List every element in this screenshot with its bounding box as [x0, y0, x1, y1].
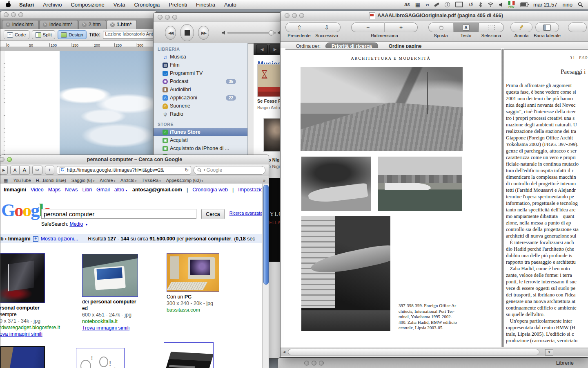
italian-flag-pro-icon[interactable]: PRO [508, 1, 515, 9]
close-button[interactable] [4, 12, 9, 17]
apple-menu-icon[interactable] [6, 2, 11, 7]
minimize-button[interactable] [11, 12, 16, 17]
url-text[interactable]: http://images.google.it/images?hl=it&gbv… [67, 167, 183, 173]
result-thumbnail[interactable] [82, 254, 138, 297]
volume-knob[interactable] [269, 30, 274, 36]
clip-button[interactable]: ✂ [32, 166, 42, 175]
search-field[interactable]: ▾ Google [194, 166, 265, 175]
editor-tab[interactable]: ✕ 2.htm [78, 20, 106, 29]
reload-icon[interactable]: ↻ [185, 167, 189, 173]
similar-images-link[interactable]: Trova immagini simili [82, 325, 139, 331]
menu-item[interactable]: Safari [15, 2, 38, 8]
smaller-text-button[interactable]: A [10, 166, 20, 175]
resize-control[interactable]: − + Ridimensiona [351, 22, 418, 38]
previous-page-button[interactable]: ⇧ Precedente [285, 22, 313, 38]
sidebar-item-suonerie[interactable]: ∩ Suonerie [154, 102, 247, 110]
album-title[interactable]: o Nig [268, 157, 280, 162]
nav-video[interactable]: Video [31, 187, 44, 193]
editor-tab[interactable]: ✕ 1.htm* [107, 20, 137, 29]
bookmark-folder[interactable]: Saggio (6)▾ [71, 178, 94, 183]
partial-toolbar-button[interactable] [568, 22, 587, 32]
scrollbar-thumb[interactable] [263, 185, 269, 285]
next-page-button[interactable]: ⇩ Successivo [313, 22, 341, 38]
bluetooth-icon[interactable] [479, 2, 482, 7]
result-thumbnail[interactable] [164, 342, 214, 368]
new-tab-button[interactable]: + [45, 166, 54, 175]
menu-clock[interactable]: mar 21.57 [533, 2, 557, 8]
lastfm-icon[interactable]: as [404, 2, 410, 7]
close-tab-icon[interactable]: ✕ [110, 22, 115, 27]
bookmark-folder[interactable]: Arctcts▾ [120, 178, 136, 183]
menu-item[interactable]: Finestra [192, 2, 220, 8]
page-scrollbar[interactable] [262, 184, 269, 368]
annotate-button[interactable]: Annota [510, 22, 532, 38]
stop-button[interactable] [180, 24, 194, 41]
zoom-button[interactable] [319, 361, 324, 366]
battery-icon[interactable] [520, 2, 528, 7]
menu-item[interactable]: Preferiti [164, 2, 192, 8]
nav-altro[interactable]: altro▼ [114, 187, 128, 193]
design-view-button[interactable]: Design [58, 30, 87, 39]
volume-slider[interactable] [227, 32, 276, 34]
page-dropdown-button[interactable]: ▼ [545, 349, 553, 356]
scroll-left-arrow[interactable]: ◄ [282, 350, 286, 354]
forward-button[interactable]: ▶ [269, 45, 281, 54]
sidebar-item-podcast[interactable]: ◉ Podcast 35 [154, 77, 247, 85]
album-cover[interactable] [257, 64, 283, 97]
menu-item[interactable]: Archivio [38, 2, 66, 8]
volume-menu-icon[interactable] [499, 2, 503, 7]
nav-immagini[interactable]: Immagini [4, 187, 26, 193]
close-button[interactable] [304, 361, 309, 366]
previous-track-button[interactable]: ◀◀ [165, 26, 176, 40]
sidebar-toggle-button[interactable]: Barra laterale [534, 22, 561, 38]
close-tab-icon[interactable]: ✕ [82, 22, 87, 27]
nav-gmail[interactable]: Gmail [96, 187, 110, 193]
phone-icon[interactable] [434, 4, 439, 6]
sidebar-item-acquistato-iphone[interactable]: ▣ Acquistato da iPhone di ... [154, 144, 247, 153]
search-input[interactable] [41, 209, 196, 219]
minimize-button[interactable] [312, 361, 316, 366]
document-title-field[interactable]: Lezione laboratorio Antonino S [103, 31, 154, 39]
menu-item[interactable]: Aiuto [220, 2, 241, 8]
editor-tab[interactable]: ✕ index.htm [2, 20, 39, 29]
text-tool-button[interactable]: A Testo [453, 22, 479, 38]
safesearch-level-link[interactable]: Medio [69, 221, 83, 227]
sidebar-item-itunes-store[interactable]: ⌂ iTunes Store [154, 128, 247, 136]
bookmark-folder[interactable]: TVs&Ra▾ [142, 178, 160, 183]
larger-text-button[interactable]: A [20, 166, 29, 175]
sidebar-item-audiolibri[interactable]: ▮ Audiolibri [154, 85, 247, 94]
album-title[interactable]: Se Fosse F [257, 99, 281, 103]
nav-libri[interactable]: Libri [82, 187, 92, 193]
result-thumbnail[interactable] [0, 253, 45, 303]
menu-item[interactable]: Cronologia [129, 2, 164, 8]
sidebar-item-applicazioni[interactable]: A Applicazioni 22 [154, 94, 247, 102]
code-view-button[interactable]: ‹› Code [4, 30, 29, 39]
close-tab-icon[interactable]: ✕ [6, 22, 10, 27]
time-machine-icon[interactable]: ↺ [468, 1, 473, 8]
zoom-in-icon[interactable]: + [384, 22, 418, 32]
menu-item[interactable]: Vista [109, 2, 130, 8]
bookmark-item[interactable]: YouTube – H...Bondi Blue) [13, 178, 66, 183]
nav-news[interactable]: News [65, 187, 78, 193]
zoom-button[interactable] [172, 15, 177, 20]
bookmarks-overflow-button[interactable]: » [263, 178, 265, 183]
bookmarks-grid-icon[interactable]: ▦ [4, 178, 8, 183]
close-tab-icon[interactable]: ✕ [43, 22, 47, 27]
grid-icon[interactable]: ▦ [415, 2, 420, 8]
account-email[interactable]: antosag@gmail.com [132, 187, 182, 193]
spotlight-icon[interactable] [578, 2, 583, 7]
zoom-button[interactable] [18, 12, 23, 17]
close-button[interactable] [158, 15, 163, 20]
volume-control[interactable] [222, 31, 283, 35]
back-button[interactable]: ◀ [256, 45, 268, 54]
result-thumbnail[interactable] [0, 346, 45, 368]
album-artist[interactable]: Biagio Anto [257, 105, 280, 110]
menu-item[interactable]: Composizione [66, 2, 109, 8]
show-options-link[interactable]: Mostra opzioni... [41, 236, 78, 242]
nav-maps[interactable]: Maps [48, 187, 61, 193]
editor-tab[interactable]: ✕ index.htm* [39, 20, 78, 29]
sidebar-item-film[interactable]: ▤ Film [154, 61, 247, 69]
minimize-button[interactable] [165, 15, 170, 20]
result-thumbnail[interactable] [167, 253, 219, 292]
next-track-button[interactable]: ▶▶ [198, 26, 209, 40]
